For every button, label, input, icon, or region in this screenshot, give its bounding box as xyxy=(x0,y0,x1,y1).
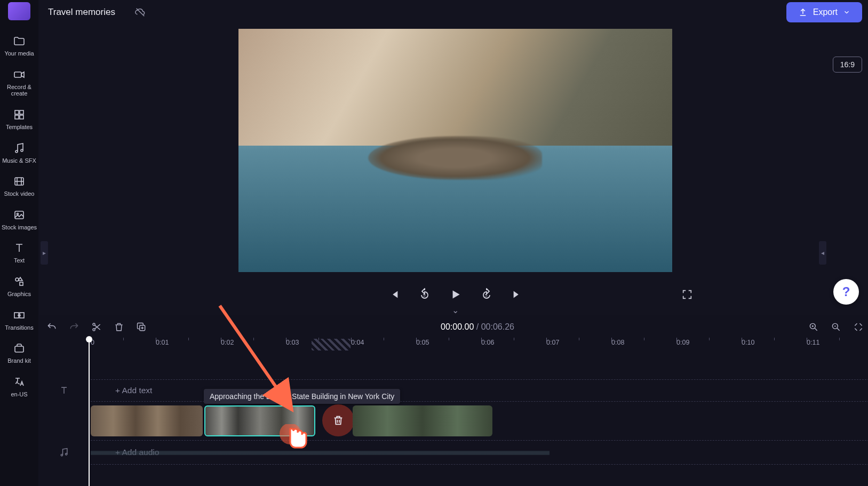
svg-rect-0 xyxy=(14,72,21,77)
nav-transitions[interactable]: Transitions xyxy=(0,303,38,337)
play-button[interactable] xyxy=(448,287,463,302)
svg-rect-2 xyxy=(20,110,23,114)
video-clip-1[interactable] xyxy=(91,405,203,436)
forward-5-button[interactable]: 5 xyxy=(479,287,494,302)
ruler-tick: 0:07 xyxy=(546,339,611,354)
top-bar: Travel memories Export xyxy=(38,0,868,25)
zoom-out-button[interactable] xyxy=(830,321,842,333)
trash-icon xyxy=(332,415,344,426)
svg-point-17 xyxy=(93,323,95,325)
nav-record-create[interactable]: Record & create xyxy=(0,62,38,102)
collapse-preview-chevron[interactable]: ⌄ xyxy=(452,305,459,315)
video-clip-3[interactable] xyxy=(353,405,492,436)
nav-language[interactable]: en-US xyxy=(0,370,38,403)
ruler-tick: 0:09 xyxy=(676,339,742,354)
folder-icon xyxy=(12,34,26,48)
main-area: Travel memories Export 16:9 5 xyxy=(38,0,868,486)
ruler-tick: 0:03 xyxy=(286,339,351,354)
svg-point-6 xyxy=(21,149,23,152)
upload-icon xyxy=(798,7,808,17)
delete-gap-button[interactable] xyxy=(322,404,354,436)
svg-rect-3 xyxy=(15,115,19,119)
svg-point-22 xyxy=(61,454,62,456)
cloud-off-icon[interactable] xyxy=(134,6,146,18)
nav-label: en-US xyxy=(11,391,27,398)
clip-tooltip: Approaching the Empire State Building in… xyxy=(204,389,400,404)
music-icon xyxy=(12,141,26,155)
split-button[interactable] xyxy=(91,321,102,333)
nav-label: Stock images xyxy=(2,224,37,231)
player-controls: 5 5 xyxy=(216,282,695,307)
timeline-ruler[interactable]: 0 0:01 0:02 0:03 0:04 0:05 0:06 0:07 0:0… xyxy=(38,339,868,354)
image-icon xyxy=(12,208,26,222)
video-track[interactable]: Approaching the Empire State Building in… xyxy=(91,405,868,437)
svg-point-5 xyxy=(15,150,18,153)
nav-label: Transitions xyxy=(5,324,33,331)
aspect-ratio-button[interactable]: 16:9 xyxy=(833,57,862,73)
nav-label: Graphics xyxy=(7,291,31,298)
svg-text:5: 5 xyxy=(485,293,488,298)
ruler-tick: 0:05 xyxy=(416,339,481,354)
nav-music-sfx[interactable]: Music & SFX xyxy=(0,136,38,170)
project-title[interactable]: Travel memories xyxy=(48,7,115,18)
app-logo[interactable] xyxy=(8,2,30,20)
nav-brand-kit[interactable]: Brand kit xyxy=(0,336,38,370)
export-button[interactable]: Export xyxy=(786,2,862,22)
transitions-icon xyxy=(12,308,26,322)
playhead[interactable] xyxy=(89,339,90,486)
timeline-toolbar: 00:00.00 / 00:06.26 xyxy=(38,315,868,339)
nav-your-media[interactable]: Your media xyxy=(0,29,38,62)
nav-text[interactable]: Text xyxy=(0,236,38,269)
redo-button[interactable] xyxy=(68,321,80,333)
help-button[interactable]: ? xyxy=(833,279,859,305)
nav-stock-images[interactable]: Stock images xyxy=(0,203,38,236)
nav-label: Stock video xyxy=(4,190,35,197)
video-preview[interactable] xyxy=(238,29,672,272)
text-icon xyxy=(12,241,26,255)
language-icon xyxy=(12,375,26,389)
nav-stock-video[interactable]: Stock video xyxy=(0,169,38,203)
svg-text:5: 5 xyxy=(423,293,426,298)
ruler-tick: 0:06 xyxy=(481,339,546,354)
fullscreen-button[interactable] xyxy=(680,287,695,302)
ruler-tick: 0:10 xyxy=(742,339,807,354)
rewind-5-button[interactable]: 5 xyxy=(417,287,432,302)
shapes-icon xyxy=(12,275,26,289)
audio-track[interactable]: + Add audio xyxy=(91,440,868,465)
timeline-time-display: 00:00.00 / 00:06.26 xyxy=(158,322,797,332)
timeline-panel: 00:00.00 / 00:06.26 0 0:01 0:02 0:03 xyxy=(38,315,868,486)
delete-button[interactable] xyxy=(113,321,125,333)
preview-area: 16:9 5 5 xyxy=(38,25,868,315)
text-track-placeholder: + Add text xyxy=(115,386,152,395)
nav-templates[interactable]: Templates xyxy=(0,102,38,136)
nav-graphics[interactable]: Graphics xyxy=(0,269,38,303)
expand-right-panel[interactable]: ◂ xyxy=(819,241,826,265)
svg-point-23 xyxy=(66,453,67,455)
skip-back-button[interactable] xyxy=(386,287,401,302)
fit-button[interactable] xyxy=(853,321,864,333)
nav-label: Music & SFX xyxy=(2,157,36,164)
left-sidebar: Your media Record & create Templates Mus… xyxy=(0,0,38,486)
export-label: Export xyxy=(813,7,838,17)
ruler-tick: 0:04 xyxy=(351,339,416,354)
expand-left-panel[interactable]: ▸ xyxy=(41,241,48,265)
audio-track-icon xyxy=(53,442,75,463)
svg-rect-4 xyxy=(20,115,23,119)
ruler-tick: 0:01 xyxy=(156,339,221,354)
text-track-icon xyxy=(53,380,75,401)
ruler-tick: 0 xyxy=(91,339,156,354)
duration-time: 00:06 xyxy=(481,322,503,331)
nav-label: Brand kit xyxy=(7,357,30,364)
svg-point-18 xyxy=(93,329,95,331)
svg-rect-1 xyxy=(15,110,19,114)
current-time: 00:00 xyxy=(441,322,462,331)
ruler-tick: 0:11 xyxy=(807,339,868,354)
ruler-tick: 0:08 xyxy=(611,339,676,354)
chevron-down-icon xyxy=(843,9,850,16)
undo-button[interactable] xyxy=(46,321,58,333)
zoom-in-button[interactable] xyxy=(808,321,819,333)
video-clip-2-selected[interactable] xyxy=(204,405,315,436)
skip-forward-button[interactable] xyxy=(510,287,525,302)
svg-rect-11 xyxy=(20,282,23,285)
duplicate-button[interactable] xyxy=(136,321,147,333)
